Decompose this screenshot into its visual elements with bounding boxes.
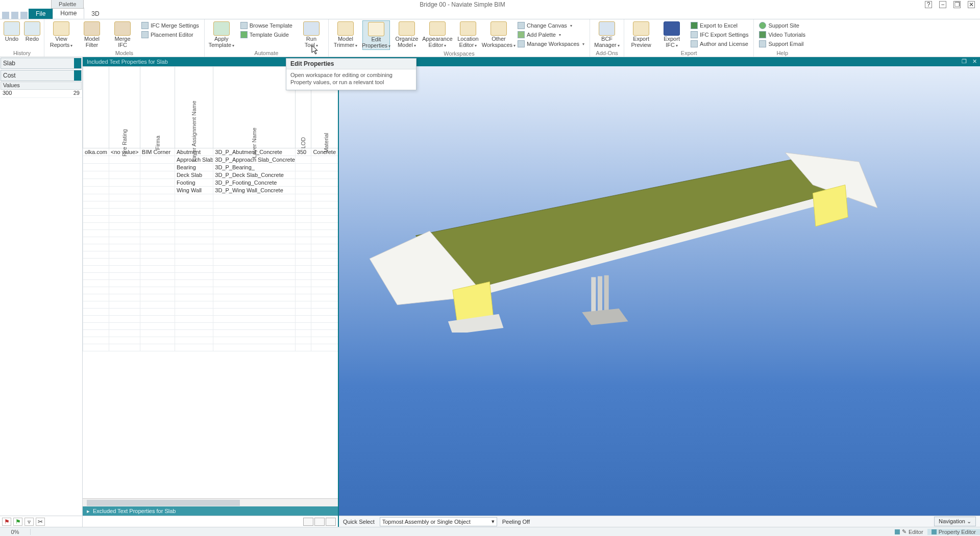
table-row[interactable]: [83, 316, 338, 323]
window-restore-icon[interactable]: ❐: [953, 1, 961, 8]
table-row[interactable]: [83, 301, 338, 309]
window-help-icon[interactable]: ?: [925, 1, 932, 8]
table-row[interactable]: [83, 216, 338, 223]
3d-viewport[interactable]: ❐ ✕ Quick Select Topmost Assembly or Sin…: [339, 57, 980, 527]
property-combo[interactable]: Cost: [1, 70, 82, 81]
ifc-export-settings-button[interactable]: IFC Export Settings: [689, 31, 750, 39]
qat-icon-2[interactable]: [11, 12, 18, 19]
video-tutorials-button[interactable]: Video Tutorials: [757, 31, 807, 39]
table-row[interactable]: [83, 309, 338, 316]
model-trimmer-button[interactable]: Model Trimmer: [332, 20, 359, 49]
values-row[interactable]: 300 29: [1, 90, 82, 98]
run-tool-button[interactable]: Run Tool: [298, 20, 325, 49]
table-row[interactable]: [83, 201, 338, 209]
viewport-close-icon[interactable]: ✕: [970, 58, 979, 65]
table-row[interactable]: [83, 237, 338, 244]
template-guide-button[interactable]: Template Guide: [238, 31, 295, 39]
column-header[interactable]: Layer Name: [213, 67, 295, 148]
tab-home[interactable]: Home: [53, 8, 84, 19]
table-row[interactable]: Bearing3D_P_Bearing_Bearing: [83, 164, 338, 171]
table-row[interactable]: [83, 209, 338, 216]
table-row[interactable]: [83, 323, 338, 330]
table-row[interactable]: [83, 259, 338, 266]
play-icon: [759, 31, 766, 38]
view-mode-1[interactable]: [303, 518, 313, 526]
column-header[interactable]: Fire Rating: [109, 67, 140, 148]
table-row[interactable]: [83, 223, 338, 230]
object-class-combo[interactable]: Slab: [1, 58, 82, 69]
view-reports-button[interactable]: View Reports: [47, 20, 75, 49]
placement-editor-button[interactable]: Placement Editor: [139, 31, 201, 39]
column-header[interactable]: Firma: [140, 67, 175, 148]
flag-green-icon[interactable]: ⚑: [13, 518, 22, 526]
bcf-manager-button[interactable]: BCF Manager: [593, 20, 621, 49]
navigation-button[interactable]: Navigation ⌄: [934, 517, 976, 526]
excluded-properties-title[interactable]: ▸Excluded Text Properties for Slab: [83, 506, 338, 516]
ifc-merge-settings-button[interactable]: IFC Merge Settings: [139, 21, 201, 30]
tab-3d[interactable]: 3D: [84, 9, 106, 19]
export-preview-button[interactable]: Export Preview: [627, 20, 655, 48]
horizontal-scrollbar[interactable]: [83, 498, 338, 506]
assembly-combo[interactable]: Topmost Assembly or Single Object▾: [380, 517, 497, 526]
table-row[interactable]: [83, 244, 338, 251]
browse-template-button[interactable]: Browse Template: [238, 21, 295, 30]
svg-rect-5: [598, 276, 602, 314]
table-row[interactable]: [83, 280, 338, 287]
help-icon: [240, 31, 248, 38]
property-editor-tab[interactable]: Property Editor: [927, 529, 980, 535]
qat-icon-1[interactable]: [2, 12, 9, 19]
change-canvas-button[interactable]: Change Canvas: [516, 21, 586, 30]
merge-ifc-button[interactable]: Merge IFC: [109, 20, 136, 48]
flag-red-icon[interactable]: ⚑: [2, 518, 11, 526]
add-palette-button[interactable]: Add Palette: [516, 31, 586, 39]
filter-icon[interactable]: ▿: [24, 518, 34, 526]
qat-icon-3[interactable]: [20, 12, 28, 19]
table-row[interactable]: [83, 266, 338, 273]
cut-icon[interactable]: ✂: [36, 518, 45, 526]
file-menu[interactable]: File: [29, 9, 53, 19]
edit-properties-button[interactable]: Edit Properties: [362, 20, 390, 50]
support-email-button[interactable]: Support Email: [757, 40, 807, 48]
view-mode-3[interactable]: [326, 518, 336, 526]
table-row[interactable]: [83, 344, 338, 351]
window-minimize-icon[interactable]: −: [939, 1, 946, 8]
table-row[interactable]: [83, 230, 338, 237]
group-label-history: History: [3, 49, 41, 57]
ribbon-group-export: Export Preview Export IFC Export to Exce…: [624, 19, 754, 57]
appearance-editor-button[interactable]: Appearance Editor: [424, 20, 451, 49]
ribbon-group-models: View Reports Model Filter Merge IFC IFC …: [44, 19, 205, 57]
export-ifc-button[interactable]: Export IFC: [658, 20, 685, 49]
organize-model-button[interactable]: Organize Model: [393, 20, 421, 49]
export-excel-button[interactable]: Export to Excel: [689, 21, 750, 30]
table-row[interactable]: [83, 294, 338, 301]
column-header[interactable]: [83, 67, 109, 148]
editor-tab[interactable]: ✎ Editor: [891, 528, 927, 535]
apply-template-button[interactable]: Apply Template: [208, 20, 235, 49]
values-header: Values: [1, 82, 82, 90]
table-row[interactable]: [83, 251, 338, 259]
column-header[interactable]: Layer Assignment Name: [175, 67, 213, 148]
undo-button[interactable]: Undo: [3, 20, 20, 42]
properties-grid[interactable]: Fire RatingFirmaLayer Assignment NameLay…: [83, 66, 338, 498]
window-close-icon[interactable]: ✕: [968, 1, 975, 8]
viewport-maximize-icon[interactable]: ❐: [960, 58, 969, 65]
author-license-button[interactable]: Author and License: [689, 40, 750, 48]
model-filter-button[interactable]: Model Filter: [78, 20, 106, 48]
table-row[interactable]: Deck Slab3D_P_Deck Slab_ConcreteDeck Sla…: [83, 171, 338, 179]
manage-workspaces-button[interactable]: Manage Workspaces: [516, 40, 586, 48]
table-row[interactable]: [83, 194, 338, 201]
table-row[interactable]: [83, 273, 338, 280]
palette-tab[interactable]: Palette: [51, 0, 84, 9]
table-row[interactable]: [83, 287, 338, 294]
table-row[interactable]: [83, 337, 338, 344]
table-row[interactable]: Wing Wall3D_P_Wing Wall_ConcreteWing Wal…: [83, 187, 338, 194]
support-site-button[interactable]: Support Site: [757, 21, 807, 30]
redo-button[interactable]: Redo: [23, 20, 41, 42]
location-editor-button[interactable]: Location Editor: [454, 20, 482, 49]
progress-percent: 0%: [0, 529, 31, 535]
table-row[interactable]: Footing3D_P_Footing_ConcreteFooting: [83, 179, 338, 187]
other-workspaces-button[interactable]: Other Workspaces: [485, 20, 512, 49]
table-row[interactable]: [83, 330, 338, 337]
view-mode-2[interactable]: [314, 518, 325, 526]
ribbon-group-help: Support Site Video Tutorials Support Ema…: [754, 19, 811, 57]
